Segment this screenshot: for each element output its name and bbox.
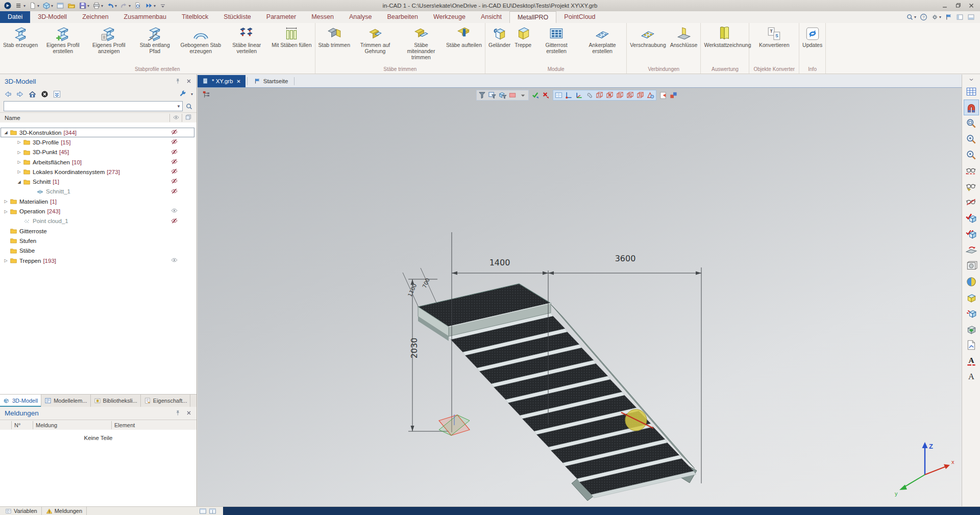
- panel-left-button[interactable]: [956, 13, 964, 21]
- menu-tab-ansicht[interactable]: Ansicht: [473, 11, 509, 23]
- app-logo-icon[interactable]: [4, 2, 12, 10]
- expander-icon[interactable]: ▷: [15, 169, 23, 174]
- menu-tab-pointcloud[interactable]: PointCloud: [556, 11, 603, 23]
- dropdown-caret[interactable]: ▾: [101, 4, 103, 8]
- tree-item-st-be[interactable]: Stäbe: [0, 246, 197, 256]
- panel-tab-3d-modell[interactable]: 3D-Modell: [0, 395, 41, 407]
- more-button[interactable]: [158, 1, 167, 10]
- undo-button[interactable]: ▾: [106, 1, 117, 10]
- search-button[interactable]: ▾: [906, 13, 916, 21]
- ribbon-button-gitterrost-erstellen[interactable]: Gitterrost erstellen: [533, 23, 579, 55]
- tree-search-input[interactable]: [4, 103, 175, 110]
- new-window-icon[interactable]: [56, 2, 64, 10]
- dropdown-caret[interactable]: ▾: [115, 4, 117, 8]
- menu-tab-st-ckliste[interactable]: Stückliste: [216, 11, 259, 23]
- wrench-icon[interactable]: [179, 90, 187, 98]
- tree-item-3d-profile[interactable]: ▷3D-Profile[15]: [0, 137, 197, 147]
- tree-item-3d-punkt[interactable]: ▷3D-Punkt[45]: [0, 148, 197, 157]
- filter-window-button[interactable]: [487, 91, 497, 100]
- dropdown-caret[interactable]: ▾: [51, 4, 53, 8]
- grid-table-button[interactable]: [964, 84, 979, 100]
- ribbon-button-stab-trimmen[interactable]: Stab trimmen: [316, 23, 352, 48]
- ribbon-button-updates[interactable]: Updates: [800, 23, 824, 48]
- menu-tab-zeichnen[interactable]: Zeichnen: [75, 11, 116, 23]
- close-tab-icon[interactable]: ✕: [236, 79, 240, 84]
- print-icon[interactable]: [92, 2, 101, 10]
- nav-home-icon[interactable]: [28, 90, 37, 99]
- document-tab-startseite[interactable]: Startseite: [249, 75, 293, 87]
- verify-all-button[interactable]: [964, 226, 979, 242]
- menu-tab-datei[interactable]: Datei: [0, 11, 30, 23]
- ribbon-button-werkstattzeichnung[interactable]: Werkstattzeichnung: [702, 23, 748, 48]
- tree-item-lokales-koordinatensystem[interactable]: ▷Lokales Koordinatensystem[273]: [0, 167, 197, 177]
- collapse-chevron-button[interactable]: [964, 76, 979, 84]
- viewport-single-icon[interactable]: [199, 507, 207, 515]
- caret-button[interactable]: [518, 91, 528, 100]
- more-icon[interactable]: [159, 2, 167, 10]
- render-sphere-button[interactable]: [964, 274, 979, 289]
- verify-button[interactable]: [964, 210, 979, 226]
- status-tab-variablen[interactable]: Variablen: [1, 507, 42, 515]
- ghost-column-icon[interactable]: [185, 114, 192, 121]
- nav-collapse-icon[interactable]: [53, 90, 61, 99]
- viewport-split-icon[interactable]: [209, 507, 216, 515]
- help-icon[interactable]: ?: [920, 13, 927, 21]
- menu-tab-titelblock[interactable]: Titelblock: [174, 11, 216, 23]
- expander-icon[interactable]: ▷: [15, 160, 23, 164]
- zoom-fit-button[interactable]: [964, 147, 979, 163]
- sheet-view-button[interactable]: [964, 337, 979, 353]
- ribbon-button-stab-entlang-pfad[interactable]: Stab entlang Pfad: [132, 23, 178, 55]
- dropdown-caret[interactable]: ▾: [914, 15, 916, 19]
- nav-forward-icon[interactable]: [16, 90, 24, 99]
- pin-icon[interactable]: [174, 409, 181, 416]
- close-x-icon[interactable]: [186, 410, 192, 416]
- menu-tab-parameter[interactable]: Parameter: [259, 11, 304, 23]
- tree-item-3d-konstruktion[interactable]: ◢3D-Konstruktion[344]: [0, 128, 197, 137]
- tree-item-operation[interactable]: ▷Operation[243]: [0, 206, 197, 216]
- open-button[interactable]: [67, 1, 76, 10]
- close-x-icon[interactable]: [186, 78, 192, 84]
- glasses-off-button[interactable]: [964, 194, 979, 210]
- playback-button[interactable]: ▾: [144, 1, 156, 10]
- staircase-model[interactable]: [418, 284, 697, 501]
- menu-tab-zusammenbau[interactable]: Zusammenbau: [116, 11, 174, 23]
- lcs-point-button[interactable]: [564, 91, 574, 100]
- tree-item-treppen[interactable]: ▷Treppen[193]: [0, 256, 197, 265]
- expander-icon[interactable]: ▷: [15, 140, 23, 144]
- lcs-axes-button[interactable]: [574, 91, 584, 100]
- menu-tab-analyse[interactable]: Analyse: [341, 11, 379, 23]
- glasses-mark-button[interactable]: [964, 179, 979, 194]
- search-icon[interactable]: [185, 103, 193, 110]
- settings-button[interactable]: ▾: [931, 13, 941, 21]
- save-icon[interactable]: [79, 2, 87, 10]
- origin-planes-symbol[interactable]: [439, 414, 470, 435]
- win-min-icon[interactable]: [941, 2, 948, 9]
- dropdown-caret[interactable]: ▾: [129, 4, 131, 8]
- ribbon-button-ankerplatte-erstellen[interactable]: Ankerplatte erstellen: [579, 23, 625, 55]
- pin-icon[interactable]: [174, 78, 181, 85]
- tree-item-schnitt-1[interactable]: Schnitt_1: [0, 187, 197, 197]
- new-file-button[interactable]: ▾: [28, 1, 40, 10]
- sheet-red-button[interactable]: [658, 91, 668, 100]
- expander-icon[interactable]: ▷: [2, 209, 10, 214]
- visibility-on-icon[interactable]: [170, 256, 178, 270]
- dropdown-caret[interactable]: ▾: [939, 15, 941, 19]
- filter-cube-button[interactable]: [498, 91, 507, 100]
- plane-grid-button[interactable]: [554, 91, 564, 100]
- menu-button[interactable]: ▾: [14, 1, 26, 10]
- ribbon-button-verschraubung[interactable]: Verschraubung: [628, 23, 668, 48]
- maximize-button[interactable]: [954, 2, 962, 9]
- menu-tab-messen[interactable]: Messen: [304, 11, 341, 23]
- assembly-button[interactable]: [669, 91, 678, 100]
- wirecube-1-button[interactable]: [595, 91, 604, 100]
- tree-item-materialien[interactable]: ▷Materialien[1]: [0, 197, 197, 206]
- text-red-button[interactable]: A: [964, 353, 979, 369]
- combo-caret-icon[interactable]: ▼: [175, 104, 182, 109]
- menu-tab-werkzeuge[interactable]: Werkzeuge: [426, 11, 473, 23]
- status-tab-meldungen[interactable]: Meldungen: [42, 507, 87, 515]
- tree-item-point-cloud-1[interactable]: Point cloud_1: [0, 216, 197, 226]
- apply-check-button[interactable]: [531, 91, 541, 100]
- ribbon-button-treppe[interactable]: Treppe: [512, 23, 533, 48]
- expander-icon[interactable]: ▷: [2, 199, 10, 204]
- 3d-viewport[interactable]: 1100 700: [198, 88, 962, 506]
